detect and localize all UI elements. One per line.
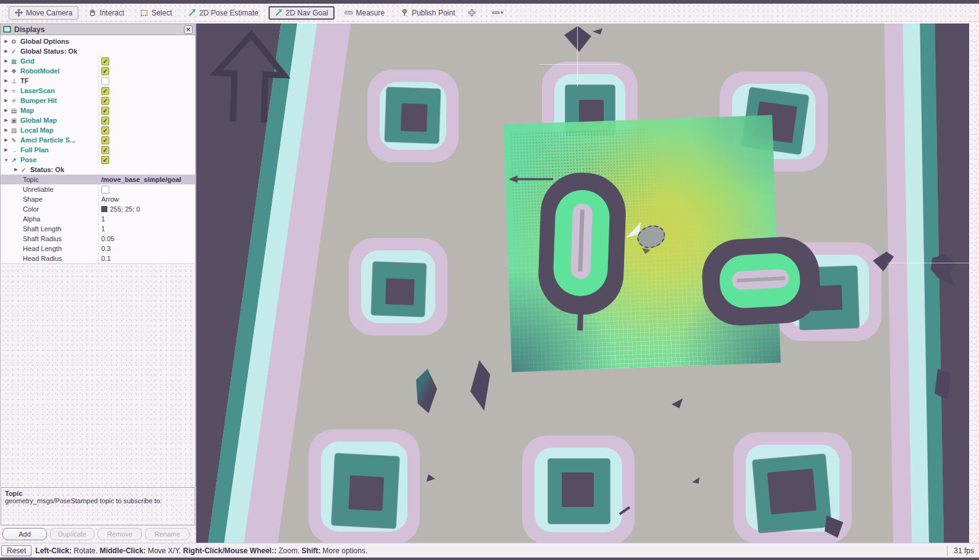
check-icon: ✓ [19,167,28,173]
expander-icon[interactable]: ▼ [3,158,9,162]
visibility-checkbox[interactable] [101,156,109,164]
green-arrow-icon [188,9,196,17]
head-radius-value[interactable]: 0.1 [101,255,110,262]
expander-icon[interactable]: ▶ [3,68,9,73]
3d-viewport[interactable] [196,23,969,543]
inflated-obstacle-stadium [537,171,627,316]
visibility-checkbox[interactable] [101,136,109,144]
stadium-free-ring [552,189,610,297]
row-local-map[interactable]: ▶ ▨ Local Map [1,125,195,135]
mouse-help-text: Left-Click: Rotate. Middle-Click: Move X… [35,546,947,555]
select-button[interactable]: Select [134,6,178,20]
visibility-checkbox[interactable] [101,126,109,134]
visibility-checkbox[interactable] [101,67,109,75]
publish-point-label: Publish Point [412,9,455,17]
row-shape[interactable]: Shape Arrow [1,194,195,204]
color-value[interactable]: 255; 25; 0 [110,205,140,213]
row-bumper-hit[interactable]: ▶ ✳ Bumper Hit [1,96,195,105]
visibility-checkbox[interactable] [101,117,109,125]
property-help-box: Topic geometry_msgs/PoseStamped topic to… [1,487,195,525]
expander-icon[interactable]: ▶ [3,88,9,93]
alpha-value[interactable]: 1 [101,215,105,223]
row-map[interactable]: ▶ ▤ Map [1,105,195,115]
measure-button[interactable]: Measure [338,6,391,20]
particle-cloud-icon: ✎ [9,137,19,144]
pose-estimate-button[interactable]: 2D Pose Estimate [182,6,265,20]
obstacle-body [331,453,399,528]
row-unreliable[interactable]: Unreliable [1,184,195,194]
expander-icon[interactable]: ▶ [3,98,9,103]
move-camera-button[interactable]: Move Camera [9,6,78,20]
reset-button[interactable]: Reset [1,545,31,556]
expander-icon[interactable]: ▶ [3,128,9,133]
visibility-checkbox[interactable] [101,87,109,95]
shaft-radius-value[interactable]: 0.05 [101,235,114,242]
expander-icon[interactable]: ▶ [3,39,9,44]
displays-panel-titlebar[interactable]: Displays ✕ [0,23,196,35]
obstacle-inflation [522,435,635,543]
duplicate-button[interactable]: Duplicate [50,528,94,540]
expander-icon[interactable]: ▶ [3,147,9,152]
row-topic[interactable]: Topic /move_base_simple/goal [1,175,195,184]
close-icon[interactable]: ✕ [184,25,193,34]
row-amcl-particles[interactable]: ▶ ✎ Amcl Particle S... [1,135,195,145]
visibility-checkbox[interactable] [101,146,109,154]
row-robotmodel[interactable]: ▶ ❖ RobotModel [1,66,195,76]
topic-value[interactable]: /move_base_simple/goal [101,176,181,183]
remove-tool-button[interactable]: ▾ [491,7,504,19]
ruler-icon [344,9,353,17]
expander-icon[interactable]: ▶ [3,49,9,54]
visibility-checkbox[interactable] [101,97,109,105]
row-pose-status[interactable]: ▶ ✓ Status: Ok [1,165,195,175]
row-full-plan[interactable]: ▶ → Full Plan [1,145,195,155]
visibility-checkbox[interactable] [101,107,109,115]
shape-value[interactable]: Arrow [101,196,119,203]
head-length-value[interactable]: 0.3 [101,245,110,252]
rviz-window: Move Camera Interact Select 2D Pose Esti… [0,0,979,560]
laser-scan-icon: ≈ [9,88,19,94]
expander-icon[interactable]: ▶ [13,167,19,172]
row-shaft-length[interactable]: Shaft Length 1 [1,224,195,234]
expander-icon[interactable]: ▶ [3,118,9,123]
row-head-radius[interactable]: Head Radius 0.1 [1,253,195,263]
visibility-checkbox[interactable] [101,57,109,65]
row-color[interactable]: Color 255; 25; 0 [1,204,195,214]
expander-icon[interactable]: ▶ [3,59,9,64]
help-text: More options. [320,546,367,555]
add-tool-button[interactable] [465,7,478,19]
chevron-down-icon[interactable]: ▾ [501,10,503,15]
interact-button[interactable]: Interact [82,6,130,20]
robot [623,220,668,258]
pill-core [731,269,789,290]
unreliable-checkbox[interactable] [101,186,109,194]
inflated-obstacle-pill [700,235,822,327]
move-camera-label: Move Camera [26,9,72,17]
row-pose[interactable]: ▼ ↗ Pose [1,155,195,165]
row-global-options[interactable]: ▶ ⚙ Global Options [1,36,195,46]
row-tf[interactable]: ▶ ⊥ TF [1,76,195,86]
row-global-status[interactable]: ▶ ✓ Global Status: Ok [1,46,195,56]
remove-button[interactable]: Remove [98,528,142,540]
visibility-checkbox[interactable] [101,77,109,85]
publish-point-button[interactable]: Publish Point [394,6,461,20]
expander-icon[interactable]: ▶ [3,138,9,142]
row-global-map[interactable]: ▶ ▣ Global Map [1,115,195,125]
shaft-length-value[interactable]: 1 [101,225,105,233]
nav-goal-button[interactable]: 2D Nav Goal [269,6,335,20]
grid-line [888,263,969,263]
help-body: geometry_msgs/PoseStamped topic to subsc… [5,497,191,504]
interact-label: Interact [99,9,124,17]
help-label: Left-Click: [35,546,72,555]
select-box-icon [140,9,148,17]
row-shaft-radius[interactable]: Shaft Radius 0.05 [1,234,195,244]
expander-icon[interactable]: ▶ [3,78,9,83]
panel-buttons: Add Duplicate Remove Rename [0,525,196,543]
expander-icon[interactable]: ▶ [3,108,9,113]
row-head-length[interactable]: Head Length 0.3 [1,244,195,253]
help-text: Rotate. [72,546,99,555]
row-alpha[interactable]: Alpha 1 [1,214,195,224]
rename-button[interactable]: Rename [145,528,190,540]
row-laserscan[interactable]: ▶ ≈ LaserScan [1,86,195,96]
row-grid[interactable]: ▶ ▦ Grid [1,56,195,66]
add-button[interactable]: Add [2,528,47,540]
